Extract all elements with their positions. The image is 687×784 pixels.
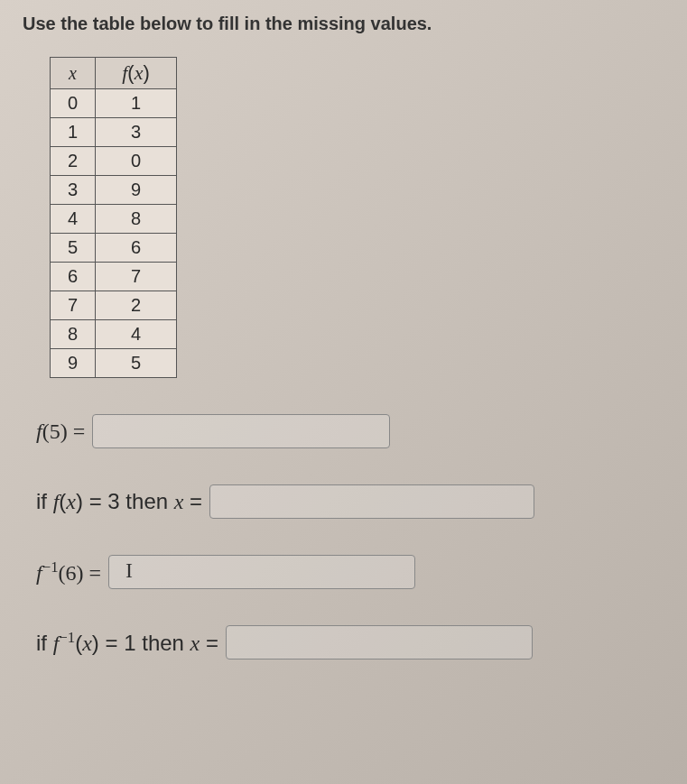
table-row: 48 [51,205,177,234]
cell-fx: 0 [96,147,177,176]
q4-input[interactable] [226,625,533,659]
cell-x: 1 [51,118,96,147]
cell-fx: 4 [96,320,177,349]
q4-label: if f−1(x) = 1 then x = [36,629,218,656]
cell-fx: 5 [96,349,177,378]
question-2: if f(x) = 3 then x = [36,484,664,519]
table-row: 20 [51,147,177,176]
question-3: f−1(6) = I [36,555,664,589]
cell-x: 9 [51,349,96,378]
cell-fx: 9 [96,176,177,205]
table-row: 67 [51,263,177,291]
cell-x: 5 [51,234,96,263]
text-cursor: I [125,558,133,583]
cell-x: 6 [51,263,96,291]
cell-x: 4 [51,205,96,234]
q1-label: f(5) = [36,420,85,444]
cell-x: 3 [51,176,96,205]
table-row: 13 [51,118,177,147]
cell-fx: 7 [96,263,177,291]
question-1: f(5) = [36,414,664,448]
cell-x: 8 [51,320,96,349]
table-row: 72 [51,291,177,320]
question-4: if f−1(x) = 1 then x = [36,625,664,659]
cell-fx: 3 [96,118,177,147]
function-table: x f(x) 01132039485667728495 [50,57,664,378]
cell-fx: 1 [96,89,177,118]
header-fx: f(x) [96,58,177,89]
cell-fx: 8 [96,205,177,234]
q2-input[interactable] [209,484,534,519]
q2-label: if f(x) = 3 then x = [36,489,202,514]
header-x: x [51,58,96,89]
table-row: 01 [51,89,177,118]
table-row: 84 [51,320,177,349]
table-row: 39 [51,176,177,205]
table-row: 95 [51,349,177,378]
cell-fx: 6 [96,234,177,263]
cell-x: 0 [51,89,96,118]
instruction-text: Use the table below to fill in the missi… [23,14,664,34]
q1-input[interactable] [92,414,390,448]
q3-input[interactable]: I [108,555,415,589]
cell-fx: 2 [96,291,177,320]
cell-x: 2 [51,147,96,176]
cell-x: 7 [51,291,96,320]
table-row: 56 [51,234,177,263]
q3-label: f−1(6) = [36,558,101,586]
